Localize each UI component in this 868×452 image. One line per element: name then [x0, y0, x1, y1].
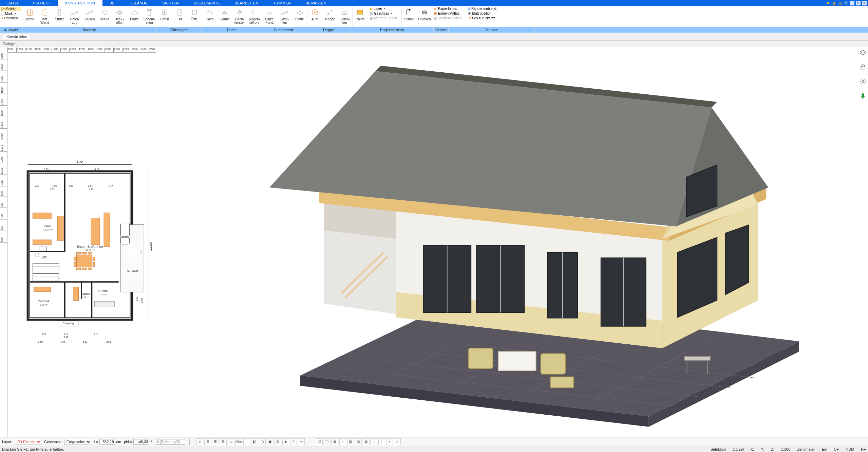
tag-icon[interactable]: ◧ [251, 438, 258, 445]
dachfenster-button[interactable]: Dach-fenster [232, 6, 247, 27]
dim-icon[interactable]: ↔ [243, 438, 250, 445]
mark-tool[interactable]: ⬚Mark. [1, 12, 21, 16]
blatt-position-btn[interactable]: ✥Blatt position. [468, 12, 498, 15]
rect-icon[interactable]: ▢ [259, 438, 266, 445]
gelaender-button[interactable]: Gelän-der [337, 6, 352, 27]
menu-tab-projekt[interactable]: PROJEKT [26, 0, 58, 6]
status-rf: RF [861, 447, 866, 451]
n-icon[interactable]: Ⓝ [290, 438, 297, 445]
layer-dropdown[interactable]: ◆Layer [370, 7, 399, 11]
auto-button[interactable]: Auto [307, 6, 322, 27]
tools-icon[interactable]: ✖ [825, 1, 830, 5]
oeffn-button[interactable]: Öffn. [187, 6, 202, 27]
l-bracket-icon[interactable]: ⌐ [339, 438, 346, 445]
gelaender-icon [340, 7, 350, 17]
drucken-button[interactable]: Drucken [417, 6, 432, 27]
stuetze-button[interactable]: Stütze [52, 6, 67, 27]
menu-tab-gelände[interactable]: GELÄNDE [122, 0, 155, 6]
schnitt-button[interactable]: Schnitt [402, 6, 417, 27]
furniture-icon[interactable] [858, 63, 867, 72]
treppe-button[interactable]: Treppe [322, 6, 337, 27]
menu-tab-konstruktion[interactable]: KONSTRUKTION [58, 0, 102, 6]
tree-icon[interactable] [858, 91, 867, 100]
raender-btn[interactable]: ▯Ränder einblend. [468, 7, 498, 11]
target-icon[interactable]: ⌖ [386, 438, 393, 445]
menu-tab-datei[interactable]: DATEI [0, 0, 26, 6]
menu-tab-3d[interactable]: 3D [102, 0, 122, 6]
decke-button[interactable]: Decke [97, 6, 112, 27]
settings-icon[interactable]: ▦ [831, 1, 836, 5]
platte-button[interactable]: Platte [127, 6, 142, 27]
menu-tab-bemassen[interactable]: BEMASSEN [298, 0, 334, 6]
deckoeffn-button[interactable]: Deck.-öffn. [112, 6, 127, 27]
fenst-button[interactable]: Fenst [157, 6, 172, 27]
split-icon[interactable]: ◫ [324, 438, 331, 445]
raum-button[interactable]: Raum [353, 6, 367, 27]
floorplan-pane[interactable]: 5001000110012001300140015001600170018001… [0, 47, 156, 437]
orbit-icon[interactable] [858, 77, 867, 86]
layers2-icon[interactable]: ◆ [282, 438, 289, 445]
mehrere-seiten-print-btn[interactable]: ▦Mehrere Seiten [434, 16, 464, 20]
maximize-icon[interactable]: □ [856, 1, 861, 5]
svg-text:2.50: 2.50 [38, 341, 43, 343]
streifen-button[interactable]: Strei-fen [277, 6, 292, 27]
balken-button[interactable]: Balken [82, 6, 97, 27]
svg-rect-21 [423, 13, 426, 15]
expand-icon[interactable]: ⤢ [394, 438, 401, 445]
layers-icon[interactable] [858, 49, 867, 57]
tab-konstruktion[interactable]: Konstruktion [3, 34, 31, 39]
align-center-icon[interactable]: ≣ [204, 438, 211, 445]
geschoss-dropdown[interactable]: ▤Geschoss [370, 12, 399, 15]
phi-input[interactable] [133, 439, 149, 445]
layers-icon[interactable]: ▤ [837, 1, 842, 5]
text-icon[interactable]: Abc [235, 438, 242, 445]
mehrere-seiten-btn[interactable]: ▦Mehrere Seiten [370, 16, 399, 20]
align-right-icon[interactable]: ☰ [212, 438, 219, 445]
einzelfund-button[interactable]: EinzelFund. [262, 6, 277, 27]
unterzug-button[interactable]: Unter-zug [67, 6, 82, 27]
papierformat-btn[interactable]: ◈Papierformat [434, 7, 464, 11]
wand-button[interactable]: Wand [22, 6, 37, 27]
svg-rect-36 [91, 218, 100, 245]
tuer-button[interactable]: Tür [172, 6, 187, 27]
l-input[interactable] [99, 439, 115, 445]
minimize-icon[interactable]: _ [850, 1, 854, 5]
dots-icon[interactable]: ∷ [371, 438, 377, 445]
hatch-icon[interactable]: ▨ [275, 438, 281, 445]
geschoss-select[interactable]: Erdgeschoss [64, 439, 91, 445]
arrow-icon[interactable]: ➔ [298, 438, 305, 445]
color-icon[interactable]: ▧ [355, 438, 362, 445]
pattern-icon[interactable]: ▩ [363, 438, 370, 445]
grid-icon[interactable]: ▦ [332, 438, 338, 445]
layer-select[interactable]: 2D Einrichtung [15, 439, 41, 445]
regenfallrohr-button[interactable]: Regen-fallrohr [247, 6, 262, 27]
pos-zurueck-btn[interactable]: ⟲Pos zurücksetz. [468, 16, 498, 20]
align-left-icon[interactable]: ≡ [196, 438, 203, 445]
sheet-icon[interactable]: ▣ [267, 438, 273, 445]
floorplan-canvas[interactable]: Terrasse Gast 12,34 m² [7, 53, 156, 437]
svg-rect-50 [121, 223, 130, 236]
select-tool[interactable]: ▭Selekt [1, 7, 21, 11]
box-icon[interactable]: ▭ [228, 438, 234, 445]
sheet2-icon[interactable]: ▤ [347, 438, 354, 445]
3d-view-pane[interactable] [156, 47, 868, 437]
options-tool[interactable]: +Optionen [1, 16, 21, 20]
dl-input[interactable] [155, 439, 185, 445]
svg-text:2.26: 2.26 [89, 188, 94, 191]
close-icon[interactable]: × [862, 1, 867, 5]
gaube-button[interactable]: Gaube [217, 6, 232, 27]
help-icon[interactable]: ? [844, 1, 848, 5]
fplatte-button[interactable]: Platte [292, 6, 307, 27]
einheit-btn[interactable]: ⊞Einheit/Maßst. [434, 12, 464, 15]
list-icon[interactable]: ☷ [220, 438, 227, 445]
svg-text:6,50 m²: 6,50 m² [40, 304, 48, 306]
menu-tab-2d-elemente[interactable]: 2D-ELEMENTE [186, 0, 227, 6]
dach-button[interactable]: Dach [202, 6, 217, 27]
virt-wand-button[interactable]: Virt.Wand [37, 6, 52, 27]
screen-icon[interactable]: 🖵 [316, 438, 323, 445]
menu-tab-bearbeiten[interactable]: BEARBEITEN [227, 0, 266, 6]
menu-tab-sichten[interactable]: SICHTEN [155, 0, 186, 6]
ruler2-icon[interactable]: ⟊ [378, 438, 385, 445]
schornstein-button[interactable]: Schorn-stein [142, 6, 157, 27]
menu-tab-trimmen[interactable]: TRIMMEN [266, 0, 298, 6]
